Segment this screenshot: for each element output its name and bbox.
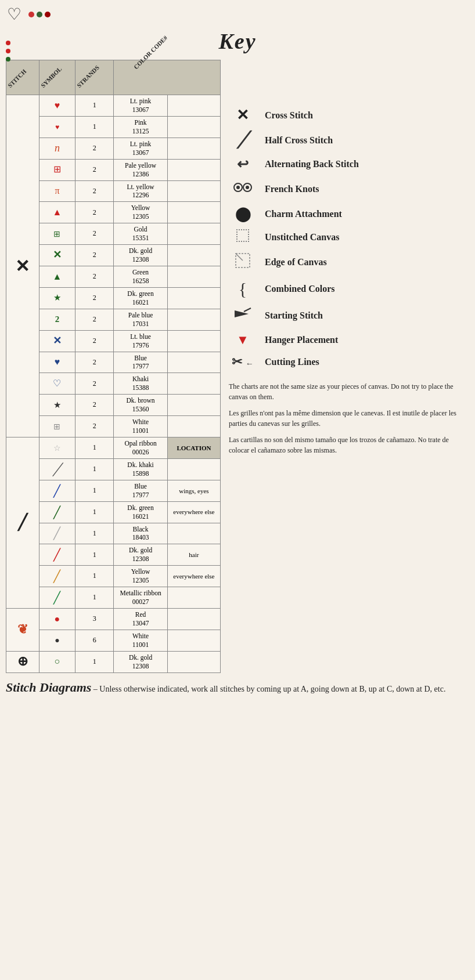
stitch-slash-cell: ╱ (6, 437, 39, 609)
half-cross-label: Half Cross Stitch (265, 135, 333, 146)
hanger-label: Hanger Placement (265, 335, 338, 345)
unstitched-icon (229, 229, 257, 245)
stitch-diagrams-title: Stitch Diagrams (6, 680, 91, 695)
combined-label: Combined Colors (265, 284, 334, 294)
edge-label: Edge of Canvas (265, 257, 327, 267)
svg-point-3 (246, 186, 249, 189)
legend-item-cutting: ✂ ← Cutting Lines (229, 355, 467, 370)
side-dot-1 (6, 41, 10, 45)
note-spanish: Las cartillas no son del mismo tamaño qu… (229, 435, 467, 455)
legend-item-unstitched: Unstitched Canvas (229, 229, 467, 245)
symbol-cell: ♥ (39, 95, 75, 117)
legend-item-french-knots: French Knots (229, 179, 467, 199)
stitch-diagrams-text: – Unless otherwise indicated, work all s… (91, 685, 445, 693)
key-table-wrapper: STITCH SYMBOL STRANDS COLOR CODE# ✕ ♥ 1 … (6, 60, 221, 673)
stitch-charm-cell: ⊕ (6, 651, 39, 672)
dots-row (28, 12, 51, 17)
th-color-code: COLOR CODE# (114, 60, 221, 95)
side-dot-3 (6, 57, 10, 62)
legend-item-starting: Starting Stitch (229, 306, 467, 326)
svg-line-5 (236, 254, 243, 261)
starting-label: Starting Stitch (265, 310, 323, 321)
dot-red (28, 12, 34, 17)
legend-section: ✕ Cross Stitch ╱ Half Cross Stitch ↩ Alt… (226, 60, 469, 673)
half-cross-icon: ╱ (229, 131, 257, 149)
main-content: STITCH SYMBOL STRANDS COLOR CODE# ✕ ♥ 1 … (0, 60, 475, 673)
stitch-knot-cell: ❦ (6, 609, 39, 652)
charm-label: Charm Attachment (265, 209, 342, 219)
combined-icon: { (229, 279, 257, 299)
note-english: The charts are not the same size as your… (229, 381, 467, 402)
edge-icon (229, 252, 257, 272)
th-symbol: SYMBOL (39, 60, 75, 95)
cutting-label: Cutting Lines (265, 357, 319, 367)
legend-item-cross-stitch: ✕ Cross Stitch (229, 106, 467, 124)
french-knots-label: French Knots (265, 184, 319, 194)
cross-stitch-label: Cross Stitch (265, 110, 313, 121)
table-row: ✕ ♥ 1 Lt. pink13067 (6, 95, 221, 117)
dot-green (37, 12, 42, 17)
page-title: Key (0, 28, 475, 54)
side-dots (6, 41, 10, 62)
svg-marker-6 (235, 310, 249, 317)
legend-item-combined: { Combined Colors (229, 279, 467, 299)
hanger-icon: ▼ (229, 332, 257, 348)
stitch-x-cell: ✕ (6, 95, 39, 437)
table-row: ❦ ● 3 Red13047 (6, 609, 221, 630)
legend-item-edge: Edge of Canvas (229, 252, 467, 272)
notes-box: The charts are not the same size as your… (229, 381, 467, 455)
th-strands: STRANDS (75, 60, 114, 95)
legend-item-charm: ⬤ Charm Attachment (229, 206, 467, 222)
back-stitch-icon: ↩ (229, 156, 257, 172)
note-french: Les grilles n'ont pas la même dimension … (229, 408, 467, 429)
unstitched-label: Unstitched Canvas (265, 232, 339, 243)
legend-items: ✕ Cross Stitch ╱ Half Cross Stitch ↩ Alt… (229, 106, 467, 370)
svg-point-1 (236, 186, 240, 189)
heart-icon: ♡ (7, 5, 21, 24)
legend-item-half-cross: ╱ Half Cross Stitch (229, 131, 467, 149)
th-stitch: STITCH (6, 60, 39, 95)
cross-stitch-icon: ✕ (229, 106, 257, 124)
key-table: STITCH SYMBOL STRANDS COLOR CODE# ✕ ♥ 1 … (6, 60, 221, 673)
back-stitch-label: Alternating Back Stitch (265, 159, 359, 169)
side-dot-2 (6, 49, 10, 53)
dot-darkred (45, 12, 51, 17)
legend-item-hanger: ▼ Hanger Placement (229, 332, 467, 348)
charm-icon: ⬤ (229, 206, 257, 222)
svg-line-7 (244, 308, 251, 312)
french-knots-icon (229, 179, 257, 199)
legend-item-back-stitch: ↩ Alternating Back Stitch (229, 156, 467, 172)
table-row: ╱ ☆ 1 Opal ribbon00026 LOCATION (6, 437, 221, 459)
stitch-diagrams-section: Stitch Diagrams – Unless otherwise indic… (0, 673, 475, 701)
top-bar: ♡ (0, 0, 475, 28)
table-row: ⊕ ○ 1 Dk. gold12308 (6, 651, 221, 672)
starting-icon (229, 306, 257, 326)
cutting-icon: ✂ ← (229, 355, 257, 370)
